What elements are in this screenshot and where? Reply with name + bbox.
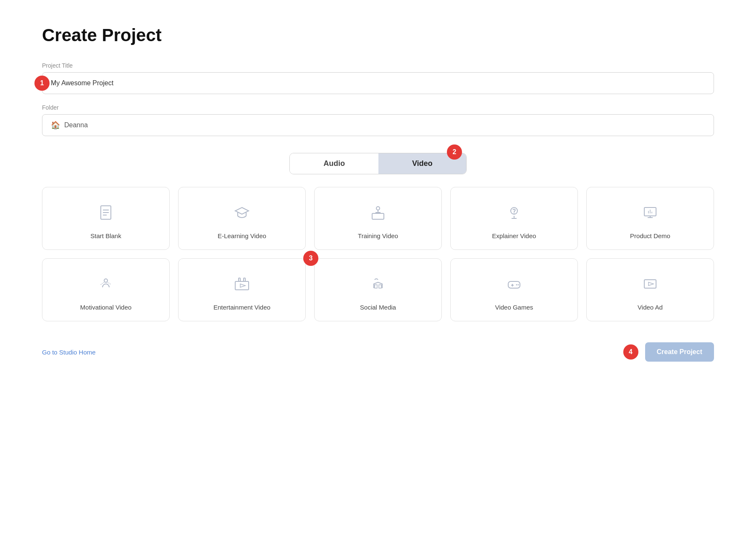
product-demo-icon <box>642 204 659 225</box>
svg-marker-20 <box>240 284 245 287</box>
project-title-wrapper: 1 <box>42 72 714 94</box>
folder-wrapper: 🏠 Deanna <box>42 114 714 136</box>
project-title-section: Project Title 1 <box>42 62 714 94</box>
card-elearning-label: E-Learning Video <box>218 232 266 239</box>
card-video-ad-label: Video Ad <box>638 304 663 311</box>
video-games-icon <box>506 276 522 296</box>
card-motivational[interactable]: Motivational Video <box>42 258 170 321</box>
tab-audio[interactable]: Audio <box>290 153 378 174</box>
step-badge-3: 3 <box>303 251 318 266</box>
svg-point-16 <box>104 279 108 282</box>
svg-rect-17 <box>235 281 249 290</box>
card-video-games[interactable]: Video Games <box>450 258 578 321</box>
video-ad-icon <box>642 276 659 296</box>
step-badge-2: 2 <box>447 144 462 160</box>
tabs-container: Audio Video <box>289 153 467 174</box>
card-training[interactable]: Training Video <box>314 187 442 250</box>
template-cards-row2: 3 Motivational Video Entertainment Video… <box>42 258 714 321</box>
card-start-blank-label: Start Blank <box>90 232 121 239</box>
card-training-label: Training Video <box>358 232 398 239</box>
svg-point-27 <box>518 284 519 286</box>
explainer-icon <box>506 204 522 225</box>
bottom-row: Go to Studio Home 4 Create Project <box>42 342 714 362</box>
card-elearning[interactable]: E-Learning Video <box>178 187 306 250</box>
step-badge-1: 1 <box>34 76 50 91</box>
studio-home-link[interactable]: Go to Studio Home <box>42 349 96 356</box>
svg-marker-29 <box>648 282 654 286</box>
card-entertainment-label: Entertainment Video <box>213 304 270 311</box>
svg-rect-22 <box>379 285 381 288</box>
folder-input[interactable]: 🏠 Deanna <box>42 114 714 136</box>
folder-label: Folder <box>42 104 714 111</box>
svg-rect-5 <box>372 213 384 219</box>
start-blank-icon <box>97 204 114 225</box>
svg-point-9 <box>514 213 514 214</box>
card-product-demo[interactable]: Product Demo <box>586 187 714 250</box>
step-badge-4: 4 <box>623 344 638 360</box>
home-icon: 🏠 <box>51 121 60 130</box>
card-social-media[interactable]: Social Media <box>314 258 442 321</box>
svg-point-4 <box>376 207 380 210</box>
svg-point-26 <box>516 284 517 286</box>
bottom-right: 4 Create Project <box>623 342 714 362</box>
svg-rect-18 <box>239 278 240 281</box>
card-explainer[interactable]: Explainer Video <box>450 187 578 250</box>
card-video-ad[interactable]: Video Ad <box>586 258 714 321</box>
card-product-demo-label: Product Demo <box>630 232 670 239</box>
social-media-icon <box>370 276 386 296</box>
folder-section: Folder 🏠 Deanna <box>42 104 714 136</box>
svg-rect-21 <box>375 285 377 288</box>
entertainment-icon <box>234 276 250 296</box>
card-start-blank[interactable]: Start Blank <box>42 187 170 250</box>
template-cards-row1: Start Blank E-Learning Video Training Vi… <box>42 187 714 250</box>
card-explainer-label: Explainer Video <box>492 232 536 239</box>
motivational-icon <box>97 276 114 296</box>
page-title: Create Project <box>42 25 714 45</box>
project-title-label: Project Title <box>42 62 714 69</box>
card-video-games-label: Video Games <box>495 304 533 311</box>
training-icon <box>370 204 386 225</box>
tabs-section: 2 Audio Video <box>42 153 714 174</box>
svg-rect-19 <box>244 278 245 281</box>
folder-value: Deanna <box>64 121 88 129</box>
card-motivational-label: Motivational Video <box>80 304 131 311</box>
card-entertainment[interactable]: Entertainment Video <box>178 258 306 321</box>
project-title-input[interactable] <box>42 72 714 94</box>
elearning-icon <box>234 204 250 225</box>
card-social-media-label: Social Media <box>360 304 396 311</box>
create-project-button[interactable]: Create Project <box>645 342 714 362</box>
